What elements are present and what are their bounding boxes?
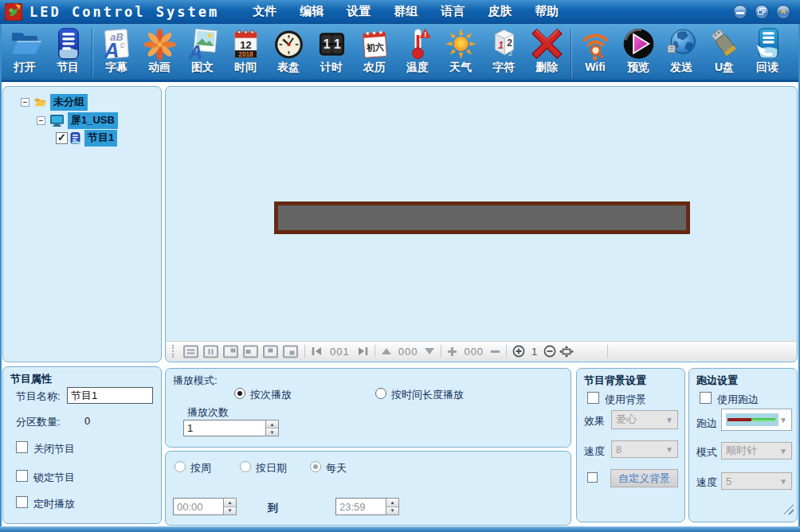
zoom-level: 1: [531, 346, 537, 358]
zoom-out-button[interactable]: [543, 345, 556, 358]
toolbar-imagetext-button[interactable]: A 图文: [181, 26, 224, 73]
use-background-checkbox[interactable]: [587, 392, 599, 404]
toolbar-delete-button[interactable]: 删除: [525, 26, 568, 73]
svg-text:2: 2: [507, 37, 512, 49]
toolbar-clockface-button[interactable]: 表盘: [267, 26, 310, 73]
border-speed-select: 5▼: [721, 472, 792, 490]
playback-toolbar: 001 000 000 1: [167, 341, 796, 361]
use-border-label: 使用跑边: [717, 393, 759, 407]
timed-play-checkbox[interactable]: [16, 496, 28, 508]
tree-item-program[interactable]: 节目1: [56, 131, 117, 146]
increase-button[interactable]: [447, 346, 457, 357]
align-left-button[interactable]: [242, 345, 259, 358]
menubar: 文件 编辑 设置 群组 语言 皮肤 帮助: [253, 4, 559, 19]
toolbar-separator: [92, 28, 92, 78]
toolbar-timer-button[interactable]: 11 计时: [310, 26, 353, 73]
play-by-count-radio[interactable]: [234, 388, 245, 399]
chevron-down-icon: ▼: [665, 416, 673, 424]
use-border-checkbox[interactable]: [700, 392, 712, 404]
align-top-button[interactable]: [222, 345, 239, 358]
animation-icon: [142, 26, 178, 61]
border-style-select[interactable]: ▼: [721, 409, 792, 431]
toolbar-weather-button[interactable]: 天气: [439, 26, 482, 73]
subtitle-icon: aBcA: [99, 26, 135, 61]
spin-down-button: ▼: [386, 507, 398, 515]
menu-skin[interactable]: 皮肤: [488, 4, 512, 19]
menu-group[interactable]: 群组: [394, 4, 418, 19]
led-control-system-window: { "window": { "title": "LED Control Syst…: [0, 0, 800, 532]
menu-settings[interactable]: 设置: [347, 4, 371, 19]
horizontal-position-counter: 000: [464, 346, 484, 358]
menu-help[interactable]: 帮助: [535, 4, 559, 19]
by-week-radio[interactable]: [175, 461, 186, 472]
toolbar-preview-button[interactable]: 预览: [617, 26, 660, 73]
toolbar-animation-button[interactable]: 动画: [138, 26, 181, 73]
align-rows-button[interactable]: [182, 345, 199, 358]
align-bottom-button[interactable]: [282, 345, 299, 358]
effect-label: 效果: [584, 414, 605, 428]
align-center-button[interactable]: [262, 345, 279, 358]
program-name-input[interactable]: [67, 387, 153, 404]
window-border-bottom: [0, 526, 800, 532]
tree-item-screen[interactable]: − 屏1_USB: [37, 113, 118, 128]
program-checkbox[interactable]: [56, 132, 68, 144]
by-date-radio[interactable]: [240, 461, 251, 472]
panel-title: 节目背景设置: [584, 374, 646, 388]
program-name-label: 节目名称:: [16, 389, 61, 404]
border-mode-label: 模式: [696, 445, 717, 460]
decrease-button[interactable]: [490, 346, 500, 357]
close-program-checkbox[interactable]: [16, 441, 28, 453]
toolbar-temperature-button[interactable]: ! 温度: [396, 26, 439, 73]
schedule-panel: 按周 按日期 每天 ▲▼ 到 ▲▼: [165, 451, 571, 526]
toolbar-open-button[interactable]: 打开: [3, 26, 46, 73]
delete-x-icon: [529, 26, 565, 61]
expander-icon[interactable]: −: [37, 116, 45, 125]
daily-radio[interactable]: [310, 461, 321, 472]
toolbar-grip[interactable]: [172, 345, 176, 358]
program-icon: [50, 26, 86, 61]
resize-grip[interactable]: [783, 504, 794, 514]
align-columns-button[interactable]: [202, 345, 219, 358]
svg-text:c: c: [120, 40, 125, 49]
restore-button[interactable]: [755, 5, 769, 19]
menu-file[interactable]: 文件: [253, 4, 276, 19]
spin-up-button[interactable]: ▲: [266, 421, 278, 428]
zoom-in-button[interactable]: [512, 345, 525, 358]
tree-item-group[interactable]: − 未分组: [21, 95, 88, 110]
toolbar-readback-button[interactable]: 回读: [746, 26, 789, 73]
menu-language[interactable]: 语言: [441, 4, 465, 19]
time-calendar-icon: 122018: [228, 26, 264, 61]
running-border-panel: 跑边设置 使用跑边 跑边 ▼ 模式 顺时针▼ 速度 5▼: [688, 368, 798, 522]
preview-play-icon: [621, 26, 657, 61]
fit-to-screen-button[interactable]: [559, 346, 574, 358]
toolbar-wifi-button[interactable]: Wifi: [574, 26, 617, 73]
svg-text:2018: 2018: [238, 51, 253, 58]
lock-program-checkbox[interactable]: [16, 470, 28, 482]
custom-background-checkbox[interactable]: [587, 472, 598, 483]
toolbar-subtitle-button[interactable]: aBcA 字幕: [95, 26, 138, 73]
move-up-button[interactable]: [381, 347, 392, 355]
toolbar-send-button[interactable]: 发送: [660, 26, 703, 73]
toolbar-usb-button[interactable]: U盘: [703, 26, 746, 73]
main-toolbar: 打开 节目 aBcA 字幕 动画 A 图文 122018 时间 表盘 11 计时…: [0, 24, 800, 82]
move-down-button[interactable]: [424, 347, 435, 355]
border-mode-select: 顺时针▼: [721, 442, 792, 460]
close-button[interactable]: ✕: [776, 5, 790, 19]
play-by-duration-radio[interactable]: [375, 388, 386, 399]
custom-background-button[interactable]: 自定义背景: [610, 469, 678, 487]
menu-edit[interactable]: 编辑: [300, 4, 324, 19]
toolbar-character-button[interactable]: 122 字符: [482, 26, 525, 73]
next-page-button[interactable]: [356, 346, 369, 357]
expander-icon[interactable]: −: [21, 98, 29, 107]
toolbar-program-button[interactable]: 节目: [46, 26, 89, 73]
previous-page-button[interactable]: [311, 346, 324, 357]
led-display-region[interactable]: [274, 201, 690, 234]
play-count-input[interactable]: [183, 420, 265, 436]
folder-icon: [33, 96, 47, 108]
screen-tree-panel: − 未分组 − 屏1_USB 节目1: [2, 86, 162, 362]
lock-program-label: 锁定节目: [33, 471, 75, 485]
toolbar-lunar-button[interactable]: 初六 农历: [353, 26, 396, 73]
toolbar-time-button[interactable]: 122018 时间: [224, 26, 267, 73]
spin-down-button[interactable]: ▼: [266, 428, 278, 436]
minimize-button[interactable]: ▬: [733, 5, 747, 19]
